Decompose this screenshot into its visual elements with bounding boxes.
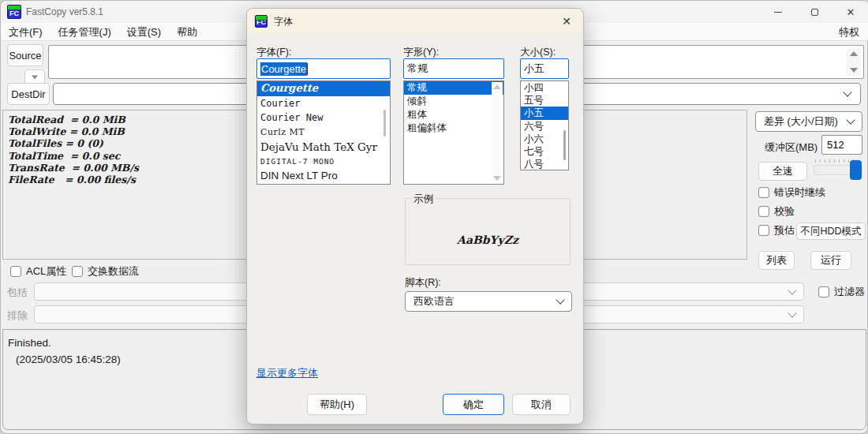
style-list-item[interactable]: 粗体	[404, 108, 503, 122]
font-list-item[interactable]: Courgette	[257, 81, 390, 96]
size-list-item[interactable]: 五号	[521, 94, 568, 107]
privilege-label: 特权	[839, 23, 859, 41]
mode-value: 差异 (大小/日期)	[764, 114, 838, 129]
chevron-down-icon	[843, 88, 851, 96]
chevron-down-icon	[788, 286, 796, 294]
help-button[interactable]: 帮助(H)	[307, 394, 367, 415]
style-list-item[interactable]: 倾斜	[404, 95, 503, 108]
scrollbar-thumb[interactable]	[563, 130, 566, 160]
font-list-item[interactable]: DejaVu Math TeX Gyr	[257, 140, 390, 155]
estimate-checkbox[interactable]: 预估	[758, 223, 795, 238]
dialog-close-button[interactable]: ✕	[550, 9, 583, 34]
minimize-icon	[774, 12, 782, 13]
size-list-item[interactable]: 八号	[521, 158, 568, 170]
full-speed-button[interactable]: 全速	[758, 162, 807, 181]
dialog-title: 字体	[274, 15, 293, 28]
filter-checkbox[interactable]: 过滤器	[818, 285, 865, 299]
font-style-list[interactable]: 常规倾斜粗体粗偏斜体	[403, 80, 504, 185]
verify-checkbox[interactable]: 校验	[758, 204, 795, 219]
chevron-down-icon	[846, 115, 855, 124]
source-scrollbar[interactable]	[847, 48, 861, 76]
maximize-button[interactable]	[796, 1, 832, 23]
menu-item[interactable]: 任务管理(J)	[51, 23, 119, 41]
list-button[interactable]: 列表	[758, 251, 795, 270]
scrollbar-thumb[interactable]	[383, 110, 386, 137]
fastcopy-icon: FC	[255, 15, 268, 28]
style-list-item[interactable]: 常规	[404, 81, 503, 95]
size-list-item[interactable]: 小四	[521, 81, 568, 94]
close-icon: ✕	[562, 15, 571, 28]
style-list-item[interactable]: 粗偏斜体	[404, 122, 503, 135]
window-title: FastCopy ver5.8.1	[26, 6, 103, 17]
checkbox-icon	[10, 266, 21, 277]
mode-select[interactable]: 差异 (大小/日期)	[755, 111, 862, 132]
font-list[interactable]: CourgetteCourierCourier NewCurlz MTDejaV…	[256, 80, 391, 185]
buffer-input[interactable]	[821, 135, 862, 155]
dialog-titlebar: FC 字体	[247, 9, 583, 34]
sample-text: AaBbYyZz	[406, 234, 570, 246]
checkbox-icon	[758, 187, 769, 198]
sample-groupbox: 示例 AaBbYyZz	[405, 198, 571, 265]
ok-button[interactable]: 确定	[443, 394, 504, 415]
font-list-item[interactable]: Curlz MT	[257, 125, 390, 140]
continue-on-error-checkbox[interactable]: 错误时继续	[758, 185, 825, 200]
minimize-button[interactable]	[760, 1, 796, 23]
scroll-up-icon[interactable]	[493, 84, 501, 89]
font-size-list[interactable]: 小四五号小五六号小六七号八号	[520, 80, 569, 170]
scrollbar[interactable]	[492, 82, 503, 183]
font-style-label: 字形(Y):	[403, 46, 439, 59]
checkbox-icon	[758, 225, 769, 236]
exclude-label: 排除	[7, 309, 28, 323]
font-list-item[interactable]: Courier New	[257, 110, 390, 125]
selected-text: Courgette	[260, 62, 307, 76]
speed-slider-thumb[interactable]	[850, 160, 862, 180]
font-list-item[interactable]: DIN Next LT Pro	[257, 169, 390, 184]
scroll-down-icon[interactable]	[850, 68, 858, 73]
text-caret	[307, 63, 308, 75]
font-list-item[interactable]: Courier	[257, 96, 390, 111]
size-list-item[interactable]: 七号	[521, 145, 568, 158]
size-list-item[interactable]: 小五	[521, 107, 568, 119]
font-style-input[interactable]: 常规	[403, 58, 504, 79]
menu-item[interactable]: 文件(F)	[1, 23, 51, 41]
script-select[interactable]: 西欧语言	[405, 291, 572, 312]
maximize-icon	[811, 9, 818, 16]
close-icon: ✕	[847, 6, 855, 18]
font-size-label: 大小(S):	[520, 46, 556, 59]
scroll-up-icon[interactable]	[850, 51, 858, 56]
fastcopy-icon: FC	[7, 5, 21, 19]
checkbox-icon	[72, 266, 83, 277]
include-label: 包括	[7, 286, 28, 300]
font-name-input[interactable]: Courgette	[256, 58, 391, 79]
acl-checkbox[interactable]: ACL属性	[10, 264, 66, 279]
cancel-button[interactable]: 取消	[512, 394, 571, 415]
source-button[interactable]: Source	[7, 44, 43, 66]
font-list-item[interactable]: DIGITAL-7 MONO	[257, 155, 390, 170]
size-list-item[interactable]: 小六	[521, 133, 568, 145]
run-button[interactable]: 运行	[810, 251, 851, 270]
chevron-down-icon	[556, 295, 564, 304]
checkbox-icon	[758, 206, 769, 217]
chevron-down-icon	[32, 76, 38, 80]
buffer-label: 缓冲区(MB)	[765, 140, 817, 155]
menu-item[interactable]: 设置(S)	[119, 23, 169, 41]
font-name-label: 字体(F):	[256, 46, 291, 59]
checkbox-icon	[818, 286, 829, 297]
alt-stream-checkbox[interactable]: 交换数据流	[72, 264, 139, 279]
show-more-fonts-link[interactable]: 显示更多字体	[256, 366, 318, 380]
sample-label: 示例	[410, 193, 436, 206]
scroll-down-icon[interactable]	[493, 176, 501, 181]
font-size-input[interactable]: 小五	[520, 58, 569, 79]
font-dialog: FC 字体 ✕ 字体(F): 字形(Y): 大小(S): Courgette 常…	[246, 8, 584, 425]
menu-item[interactable]: 帮助	[169, 23, 205, 41]
script-label: 脚本(R):	[405, 276, 441, 290]
size-list-item[interactable]: 六号	[521, 120, 568, 133]
destdir-button[interactable]: DestDir	[7, 83, 50, 105]
close-button[interactable]: ✕	[832, 1, 868, 23]
different-hdd-mode-button[interactable]: 不同HDD模式	[796, 223, 866, 240]
chevron-down-icon	[788, 309, 796, 317]
